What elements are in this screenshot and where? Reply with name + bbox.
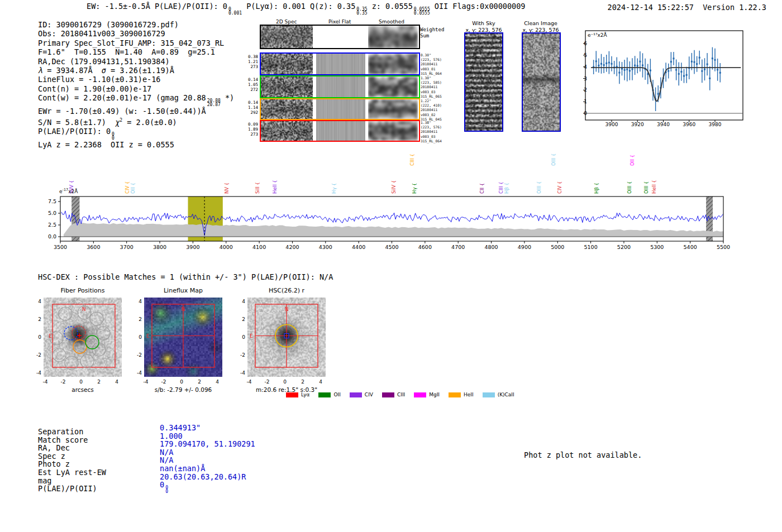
text-segment: σ xyxy=(102,66,106,75)
match-field-value: 179.094170, 51.190291 xyxy=(160,440,255,448)
stacked-limits: 20.8820.87 xyxy=(207,99,221,107)
meta-line: v003_03 xyxy=(421,90,442,94)
hsc-dex-header: HSC-DEX : Possible Matches = 1 (within +… xyxy=(38,272,333,281)
legend-swatch xyxy=(449,392,461,397)
cutout-ytick: 0 xyxy=(235,334,245,340)
match-field-value: 1.000 xyxy=(160,432,183,440)
spec2d-pixelflat-image xyxy=(316,99,365,119)
spectral-line-label: HeII { xyxy=(651,180,657,194)
text-segment: 0.344913" xyxy=(160,423,201,432)
xtick-label: 3900 xyxy=(605,122,618,126)
spectral-line-label: OII { xyxy=(130,183,136,194)
spectral-line-label: CIII { xyxy=(498,181,504,194)
legend-item: HeII xyxy=(449,392,474,397)
cutout-ytick: 4 xyxy=(31,299,41,304)
meta-line: 1.30" xyxy=(421,76,442,80)
text-segment: = 2.0(±0.0) xyxy=(122,117,177,126)
cutout-xtick: -4 xyxy=(242,379,256,385)
text-segment: nan(±nan)Å xyxy=(160,464,205,473)
ytick-label: 0 xyxy=(584,111,587,116)
ytick-label: 4 xyxy=(584,64,587,70)
ytick-label: 1 xyxy=(584,99,587,104)
text-segment: Cont(n) = 1.90(±0.00)e-17 xyxy=(38,84,151,93)
text-segment: EW: -1.5±-0.5Å P(LAE)/P(OII): 0 xyxy=(87,2,227,11)
text-segment: 179.094170, 51.190291 xyxy=(160,439,255,448)
fiber-positions-overlay: N E xyxy=(44,298,122,377)
data-point xyxy=(639,61,641,63)
legend-swatch xyxy=(382,392,394,397)
xtick-label: 4900 xyxy=(518,244,531,250)
info-line: Obs: 20180411v003_3090016729 xyxy=(38,29,234,38)
stacked-limits: 00.001 xyxy=(228,7,242,15)
spec2d-row-meta: 1.38"(223, 576)20180411v003_03315_RL_064 xyxy=(421,121,442,143)
legend-swatch xyxy=(350,392,362,397)
spec2d-row-meta: 0.30"(223, 576)20180411v003_01315_RL_064 xyxy=(421,53,442,76)
spectral-line-label: Hβ { xyxy=(594,183,599,194)
cutout-xlabel: s/b: -2.79 +/- 0.096 xyxy=(133,386,233,393)
match-table-row: Spec zN/A xyxy=(38,452,255,461)
xtick-label: 4700 xyxy=(451,244,465,250)
spec2d-smoothed-image xyxy=(368,54,418,74)
compass-east-label: E xyxy=(49,333,52,339)
meta-line: 315_RL_065 xyxy=(421,94,442,99)
cutout-ytick: -2 xyxy=(132,352,142,358)
cutout-ytick: 2 xyxy=(132,317,142,322)
data-point xyxy=(670,61,672,63)
text-segment: EWr = -1.70(±0.49) (w: -1.50(±0.44))Å xyxy=(38,107,206,116)
meta-line: 0.30" xyxy=(421,53,442,57)
spectral-line-label: Hγ { xyxy=(412,183,417,194)
text-segment: 1.000 xyxy=(160,432,183,440)
text-segment: λ xyxy=(38,66,42,75)
cutout-title: HSC(26.2) r xyxy=(247,287,326,294)
weighted-sum-label: WeightedSum xyxy=(420,27,444,39)
spec2d-raw-image xyxy=(261,26,313,48)
with-sky-title: With Sky x, y: 223, 576 xyxy=(458,20,509,33)
legend-label: MgII xyxy=(429,392,440,397)
info-line: P(LAE)/P(OII): 000 xyxy=(38,127,234,140)
cutout-ytick: -4 xyxy=(31,370,41,376)
error-envelope xyxy=(64,223,723,237)
xtick-label: 4500 xyxy=(385,244,398,250)
fiber-circle-orange xyxy=(73,340,87,353)
clean-image-title-text: Clean Image xyxy=(515,20,566,27)
with-sky-title-text: With Sky xyxy=(458,20,509,27)
spectral-line-label: OIII { xyxy=(643,181,649,194)
xtick-label: 5200 xyxy=(617,244,631,250)
lower-limit: 0 xyxy=(165,490,168,493)
cutout-xlabel: arcsecs xyxy=(32,386,133,393)
xtick-label: 4100 xyxy=(252,244,266,250)
spectrum-unit-label: e-17x2Å xyxy=(59,188,78,194)
cutout-xtick: -2 xyxy=(260,379,274,385)
xtick-label: 4000 xyxy=(220,244,233,250)
spectral-line-label: OIII { xyxy=(627,181,632,194)
spec2d-raw-image xyxy=(261,99,313,119)
xtick-label: 3900 xyxy=(186,244,199,250)
ytick-label: 5 xyxy=(584,52,587,58)
xtick-label: 3600 xyxy=(87,244,100,250)
cutout-xtick: 2 xyxy=(296,379,309,385)
info-line: RA,Dec (179.094131,51.190384) xyxy=(38,57,234,66)
text-segment: P(Lyα): 0.001 Q(z): 0.35 xyxy=(242,2,355,11)
meta-line: v003_02 xyxy=(421,113,442,117)
data-point xyxy=(667,70,669,72)
clean-image-title: Clean Image x, y: 223, 576 xyxy=(515,20,566,33)
data-point xyxy=(595,60,597,62)
ytick-label: 3 xyxy=(584,76,587,82)
data-point xyxy=(675,69,677,71)
lineflux-crosshair xyxy=(152,304,214,367)
weight-value: 1.89 xyxy=(246,127,258,132)
spec2d-raw-image xyxy=(261,76,313,97)
data-point xyxy=(683,75,685,77)
meta-line: 1.22" xyxy=(421,99,442,103)
data-point xyxy=(637,65,638,66)
xtick-label: 4400 xyxy=(352,244,365,250)
ytick-label: 0.0 xyxy=(48,233,56,239)
xtick-label: 3500 xyxy=(54,244,67,250)
text-segment: RA,Dec (179.094131,51.190384) xyxy=(38,57,170,66)
data-point xyxy=(624,69,626,71)
col-header-smoothed: Smoothed xyxy=(379,19,404,25)
weighted-sum-text: Sum xyxy=(420,33,444,39)
legend-item: CIV xyxy=(350,392,373,397)
spectral-line-label: OIII { xyxy=(536,181,542,194)
data-point xyxy=(673,57,675,59)
